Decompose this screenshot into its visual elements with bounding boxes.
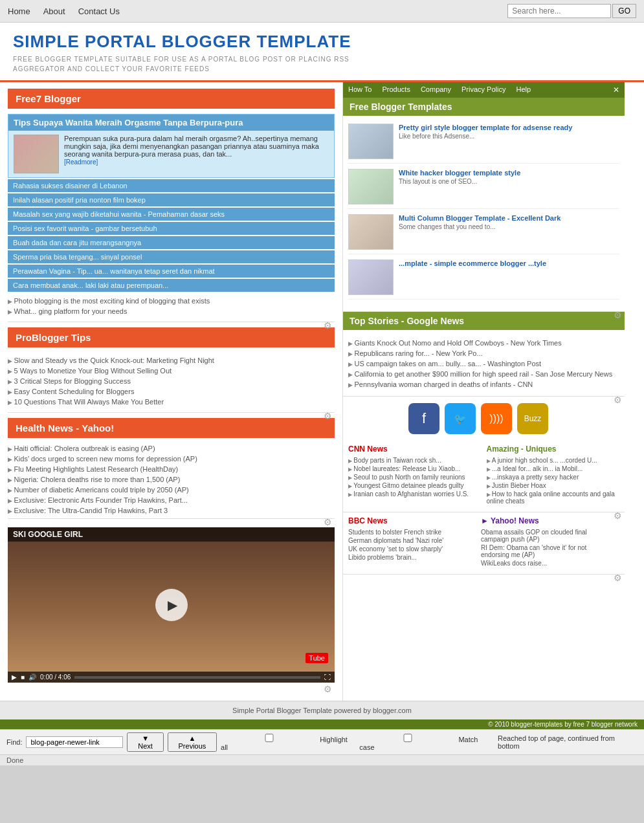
- readmore-link[interactable]: [Readmore]: [64, 159, 98, 166]
- free7-list-item[interactable]: Masalah sex yang wajib diketahui wanita …: [8, 208, 335, 221]
- gear-icon[interactable]: ⚙: [324, 320, 332, 331]
- fbt-title[interactable]: Pretty girl style blogger template for a…: [399, 124, 572, 131]
- nav-about[interactable]: About: [43, 6, 65, 16]
- fbt-item: White hacker blogger template style This…: [348, 169, 619, 209]
- site-subtitle: FREE BLOGGER TEMPLATE SUITABLE FOR USE A…: [13, 54, 631, 74]
- tab-help[interactable]: Help: [511, 82, 536, 98]
- google-news-item: Giants Knock Out Nomo and Hold Off Cowbo…: [348, 338, 619, 348]
- browser-status-bar: Done: [0, 754, 644, 765]
- youtube-logo: Tube: [305, 653, 328, 663]
- next-button[interactable]: ▼ Next: [127, 732, 163, 752]
- bbc-col: BBC News Students to bolster French stri…: [348, 516, 476, 567]
- fullscreen-icon[interactable]: ⛶: [324, 674, 331, 681]
- tab-products[interactable]: Products: [377, 82, 415, 98]
- free7-featured-post: Tips Supaya Wanita Meraih Orgasme Tanpa …: [8, 114, 335, 178]
- health-news-section: Health News - Yahoo! Haiti official: Cho…: [8, 418, 335, 519]
- gear-icon[interactable]: ⚙: [614, 510, 622, 521]
- google-news-item: Republicans raring for... - New York Po.…: [348, 348, 619, 358]
- blog-list-item: Photo blogging is the most exciting kind…: [8, 296, 335, 306]
- health-item: Exclusive: Electronic Arts Founder Trip …: [8, 495, 335, 505]
- search-bar: GO: [507, 4, 636, 18]
- gear-icon[interactable]: ⚙: [614, 395, 622, 405]
- health-item: Haiti official: Cholera outbreak is easi…: [8, 443, 335, 454]
- right-column: How To Products Company Privacy Policy H…: [343, 82, 625, 701]
- site-footer: Simple Portal Blogger Template powered b…: [0, 701, 644, 719]
- free7-featured-image: [14, 135, 59, 173]
- fbt-section: Free Blogger Templates Pretty girl style…: [343, 98, 625, 312]
- free7-list-item[interactable]: Inilah alasan positif pria nonton film b…: [8, 193, 335, 206]
- main-content: Free7 Blogger Tips Supaya Wanita Meraih …: [0, 82, 644, 701]
- nav-contact[interactable]: Contact Us: [78, 6, 120, 16]
- tab-privacy[interactable]: Privacy Policy: [456, 82, 511, 98]
- fbt-title[interactable]: Multi Column Blogger Template - Excellen…: [399, 214, 561, 222]
- nav-home[interactable]: Home: [8, 6, 30, 16]
- fbt-info: Multi Column Blogger Template - Excellen…: [399, 214, 561, 250]
- facebook-icon[interactable]: f: [408, 403, 439, 434]
- cnn-item: Nobel laureates: Release Liu Xiaob...: [348, 465, 482, 473]
- free7-list-item[interactable]: Rahasia sukses disainer di Lebanon: [8, 179, 335, 192]
- problogger-section: ProBlogger Tips Slow and Steady vs the Q…: [8, 327, 335, 413]
- fbt-list: Pretty girl style blogger template for a…: [343, 120, 625, 309]
- cnn-list: Body parts in Taiwan rock sh... Nobel la…: [348, 456, 482, 498]
- fbt-desc: This layout is one of SEO...: [399, 178, 520, 185]
- find-input[interactable]: [26, 736, 123, 748]
- fbt-title[interactable]: ...mplate - simple ecommerce blogger ...…: [399, 259, 546, 267]
- fbt-info: White hacker blogger template style This…: [399, 169, 520, 204]
- amazing-item: Justin Bieber Hoax: [487, 481, 620, 490]
- free7-list-item[interactable]: Posisi sex favorit wanita - gambar berse…: [8, 222, 335, 235]
- left-column: Free7 Blogger Tips Supaya Wanita Meraih …: [0, 82, 343, 701]
- free7-list-item[interactable]: Buah dada dan cara jitu merangsangnya: [8, 236, 335, 249]
- google-news-list: Giants Knock Out Nomo and Hold Off Cowbo…: [348, 338, 619, 390]
- search-input[interactable]: [507, 4, 611, 18]
- gear-icon[interactable]: ⚙: [324, 411, 332, 421]
- match-case-checkbox[interactable]: [359, 734, 456, 742]
- find-controls: Find: ▼ Next ▲ Previous Highlight all Ma…: [6, 732, 638, 752]
- problogger-item: Slow and Steady vs the Quick Knock-out: …: [8, 355, 335, 366]
- free7-list-item[interactable]: Sperma pria bisa tergang... sinyal ponse…: [8, 250, 335, 263]
- stop-icon[interactable]: ■: [21, 674, 25, 681]
- copyright-text: © 2010 blogger-templates by free 7 blogg…: [488, 721, 638, 728]
- tab-company[interactable]: Company: [416, 82, 456, 98]
- bbc-list: Students to bolster French strike German…: [348, 528, 476, 562]
- google-news-list-wrapper: Giants Knock Out Nomo and Hold Off Cowbo…: [343, 334, 625, 393]
- free7-blog-list: Photo blogging is the most exciting kind…: [8, 293, 335, 319]
- play-icon[interactable]: ▶: [12, 674, 17, 681]
- rss-icon[interactable]: )))): [481, 403, 512, 434]
- free7-list-item[interactable]: Perawatan Vagina - Tip... ua... wanitany…: [8, 265, 335, 278]
- fbt-item: Pretty girl style blogger template for a…: [348, 124, 619, 164]
- problogger-item: 10 Questions That Will Always Make You B…: [8, 397, 335, 407]
- free7-featured-title[interactable]: Tips Supaya Wanita Meraih Orgasme Tanpa …: [8, 115, 334, 131]
- cnn-item: Body parts in Taiwan rock sh...: [348, 456, 482, 465]
- yahoo-col: ► Yahoo! News Obama assails GOP on cloud…: [476, 516, 608, 567]
- gear-icon[interactable]: ⚙: [324, 684, 332, 694]
- amazing-col: Amazing - Uniques A junior high school s…: [482, 444, 620, 505]
- gear-icon[interactable]: ⚙: [614, 573, 622, 583]
- nav-links: Home About Contact Us: [8, 6, 120, 16]
- bbc-yahoo-section: BBC News Students to bolster French stri…: [343, 512, 625, 575]
- right-col-inner: How To Products Company Privacy Policy H…: [343, 82, 625, 575]
- gear-icon[interactable]: ⚙: [614, 310, 622, 320]
- social-icons-bar: f 🐦 )))) Buzz: [343, 397, 614, 441]
- search-button[interactable]: GO: [612, 4, 636, 18]
- tab-howto[interactable]: How To: [343, 82, 377, 98]
- find-status: Reached top of page, continued from bott…: [498, 734, 638, 750]
- bbc-item: UK economy 'set to slow sharply': [348, 545, 476, 553]
- free7-list-item[interactable]: Cara membuat anak... laki laki atau pere…: [8, 279, 335, 292]
- tab-close-icon[interactable]: ✕: [608, 82, 625, 98]
- fbt-title[interactable]: White hacker blogger template style: [399, 169, 520, 177]
- highlight-label: Highlight all: [221, 734, 355, 751]
- highlight-checkbox[interactable]: [221, 734, 318, 742]
- problogger-item: 5 Ways to Monetize Your Blog Without Sel…: [8, 366, 335, 376]
- free7-section: Free7 Blogger Tips Supaya Wanita Meraih …: [8, 89, 335, 322]
- bbc-title: BBC News: [348, 516, 476, 525]
- google-news-item: California to get another $900 million f…: [348, 369, 619, 379]
- amazing-title: Amazing - Uniques: [487, 444, 620, 454]
- buzz-icon[interactable]: Buzz: [517, 403, 548, 434]
- twitter-icon[interactable]: 🐦: [445, 403, 476, 434]
- video-play-button[interactable]: [155, 589, 188, 621]
- volume-icon[interactable]: 🔊: [28, 674, 36, 681]
- gear-icon[interactable]: ⚙: [324, 517, 332, 527]
- health-item: Flu Meeting Highlights Latest Research (…: [8, 464, 335, 474]
- previous-button[interactable]: ▲ Previous: [168, 732, 217, 752]
- progress-bar[interactable]: [74, 676, 320, 679]
